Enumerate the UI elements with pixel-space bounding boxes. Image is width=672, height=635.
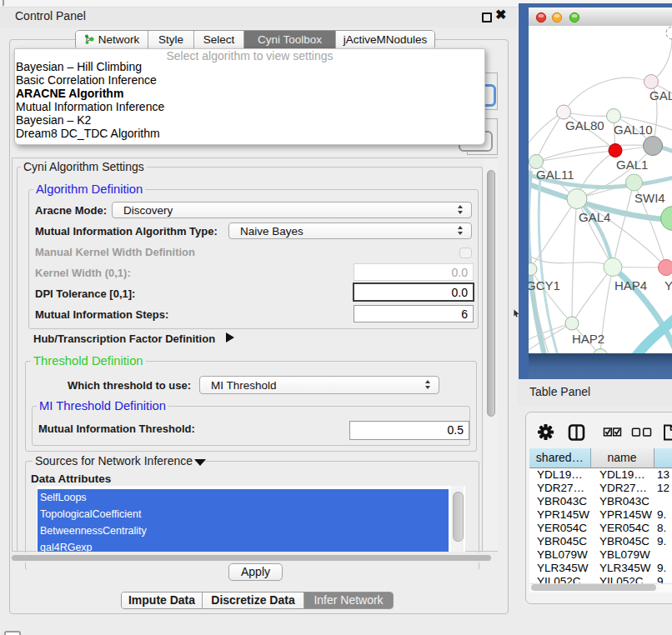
svg-text:GAL4: GAL4 xyxy=(579,210,610,224)
svg-text:HAP4: HAP4 xyxy=(614,278,647,292)
svg-text:GAL1: GAL1 xyxy=(616,158,648,172)
svg-text:GAL10: GAL10 xyxy=(614,122,653,137)
svg-text:GAL11: GAL11 xyxy=(536,168,574,182)
svg-text:YJ: YJ xyxy=(664,278,672,292)
svg-text:GAL2: GAL2 xyxy=(649,88,672,102)
svg-text:GAL80: GAL80 xyxy=(565,118,604,132)
svg-text:GCY1: GCY1 xyxy=(529,278,560,292)
svg-text:HAP2: HAP2 xyxy=(572,332,604,346)
svg-text:SWI4: SWI4 xyxy=(634,191,665,205)
